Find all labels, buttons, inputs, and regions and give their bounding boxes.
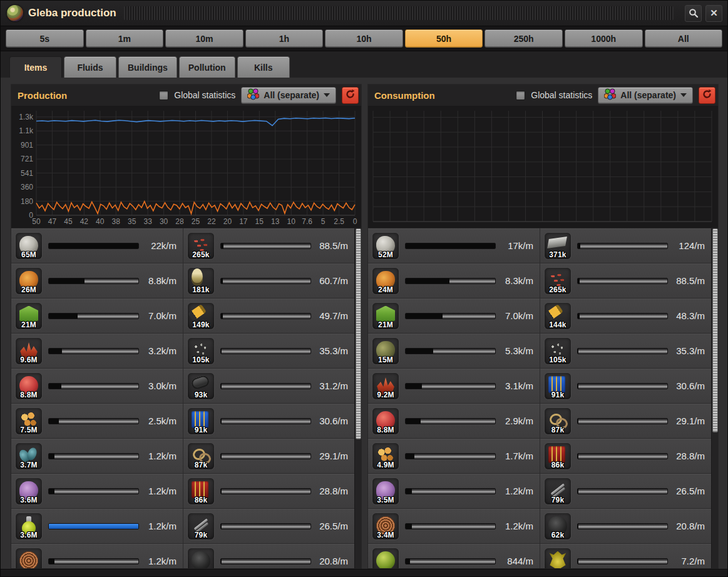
item-row[interactable]: 105k 35.3/m [540,334,711,369]
production-filter-dropdown[interactable]: All (separate) [241,87,336,104]
tab-kills[interactable]: Kills [237,56,290,78]
item-row[interactable]: 20.8/m [183,544,354,568]
item-row[interactable]: 3.6M 1.2k/m [11,509,183,544]
item-row[interactable]: 3.4M 1.2k/m [368,509,540,544]
time-range-button-50h[interactable]: 50h [405,29,483,48]
item-total-amount: 8.8M [16,391,42,399]
item-icon-slot: 265k [545,268,571,294]
item-rate-label: 8.8k/m [139,275,177,286]
time-range-button-1000h[interactable]: 1000h [565,29,643,48]
item-total-amount: 371k [545,250,571,259]
close-button[interactable]: ✕ [705,5,722,22]
item-row[interactable]: 1.2k/m [11,544,183,568]
item-rate-bar-fill [578,454,578,459]
time-range-button-10h[interactable]: 10h [325,29,403,48]
color-filter-icon [247,88,259,103]
item-row[interactable]: 87k 29.1/m [540,404,711,439]
item-row[interactable]: 87k 29.1/m [183,439,354,474]
item-row[interactable]: 79k 26.5/m [540,474,711,509]
tab-pollution[interactable]: Pollution [179,56,235,78]
item-rate-bar [577,558,668,564]
tab-items[interactable]: Items [9,56,62,78]
item-rate-bar [220,453,311,459]
item-row[interactable]: 7.2/m [540,544,711,568]
item-icon-slot: 4.9M [372,443,399,469]
item-rate-bar [577,278,668,284]
item-row[interactable]: 265k 88.5/m [540,263,711,299]
item-rate-bar [577,418,668,424]
tab-buildings[interactable]: Buildings [118,56,177,78]
consumption-scrollbar-thumb[interactable] [712,228,718,432]
item-row[interactable]: 9.2M 3.1k/m [368,369,540,404]
item-rate-bar [220,418,311,424]
drag-handle[interactable] [124,6,674,20]
item-row[interactable]: 86k 28.8/m [183,474,354,509]
production-scrollbar[interactable] [354,228,361,568]
item-row[interactable]: 3.5M 1.2k/m [368,474,540,509]
item-row[interactable]: 8.8M 2.9k/m [368,404,540,439]
item-row[interactable]: 91k 30.6/m [183,404,354,439]
close-icon: ✕ [710,8,718,19]
item-row[interactable]: 52M 17k/m [368,228,540,263]
consumption-filter-dropdown[interactable]: All (separate) [598,87,693,104]
time-range-button-1h[interactable]: 1h [245,29,324,48]
item-row[interactable]: 8.8M 3.0k/m [11,369,183,404]
time-range-button-10m[interactable]: 10m [165,29,244,48]
item-row[interactable]: 21M 7.0k/m [11,299,183,334]
time-range-button-1m[interactable]: 1m [86,29,164,48]
item-rate-bar [405,243,496,249]
item-rate-label: 20.8/m [668,521,705,531]
consumption-scrollbar[interactable] [711,228,718,568]
item-row[interactable]: 7.5M 2.5k/m [11,404,183,439]
item-total-amount: 86k [188,496,214,504]
item-row[interactable]: 3.6M 1.2k/m [11,474,183,509]
item-row[interactable]: 371k 124/m [540,228,711,263]
consumption-reset-button[interactable] [699,87,715,104]
item-row[interactable]: 844/m [368,544,540,568]
item-row[interactable]: 15M 5.3k/m [368,334,540,369]
item-row[interactable]: 93k 31.2/m [183,369,354,404]
item-row[interactable]: 3.7M 1.2k/m [11,439,183,474]
production-reset-button[interactable] [342,87,359,104]
item-row[interactable]: 91k 30.6/m [540,369,711,404]
time-range-button-5s[interactable]: 5s [6,29,84,48]
item-row[interactable]: 86k 28.8/m [540,439,711,474]
production-global-stats-checkbox[interactable] [159,91,168,100]
item-row[interactable]: 181k 60.7/m [183,263,354,299]
reset-icon [345,89,356,101]
item-rate-bar [48,313,139,319]
capsule-icon [192,268,203,285]
item-rate-label: 88.5/m [668,275,705,286]
time-range-button-250h[interactable]: 250h [484,29,563,48]
item-row[interactable]: 21M 7.0k/m [368,299,540,334]
item-rate-bar [220,348,311,354]
item-row[interactable]: 79k 26.5/m [183,509,354,544]
item-rate-bar-fill [406,314,443,319]
item-row[interactable]: 26M 8.8k/m [11,263,183,299]
time-range-button-all[interactable]: All [645,29,723,48]
item-icon-slot: 86k [545,443,571,469]
item-rate-bar-fill [49,454,54,459]
item-total-amount: 149k [188,320,214,329]
item-rate-bar [405,558,496,564]
consumption-panel: Consumption Global statistics All (separ… [367,84,719,569]
item-row[interactable]: 149k 49.7/m [183,299,354,334]
item-row[interactable]: 4.9M 1.7k/m [368,439,540,474]
item-row[interactable]: 9.6M 3.2k/m [11,334,183,369]
consumption-global-stats-checkbox[interactable] [516,91,525,100]
item-total-amount: 105k [545,355,571,364]
item-row[interactable]: 62k 20.8/m [540,509,711,544]
item-row[interactable]: 265k 88.5/m [183,228,354,263]
item-row[interactable]: 65M 22k/m [11,228,183,263]
window-footer [1,569,727,576]
item-icon-slot: 181k [188,268,214,294]
item-row[interactable]: 105k 35.3/m [183,334,354,369]
search-button[interactable] [685,5,702,22]
item-rate-bar-fill [406,524,412,529]
tab-fluids[interactable]: Fluids [64,56,116,78]
item-row[interactable]: 24M 8.3k/m [368,263,540,299]
item-rate-bar-fill [221,524,222,529]
production-scrollbar-thumb[interactable] [356,228,361,439]
item-row[interactable]: 144k 48.3/m [540,299,711,334]
item-total-amount: 3.6M [16,496,42,504]
